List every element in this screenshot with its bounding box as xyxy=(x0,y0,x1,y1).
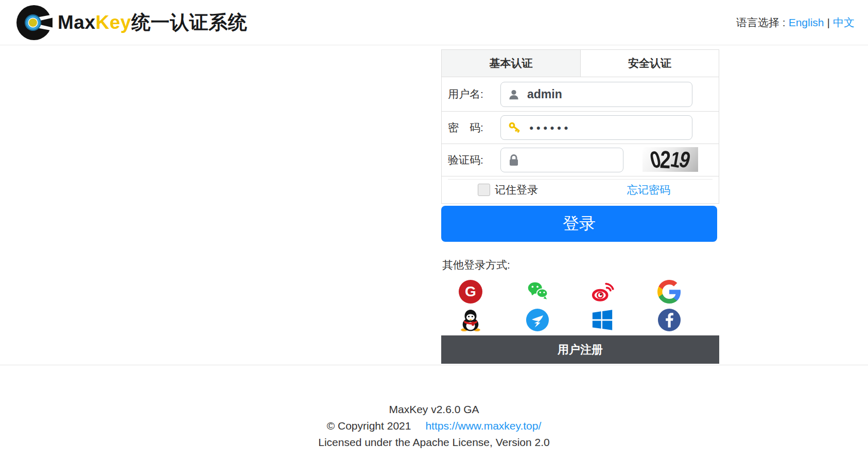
forgot-password-link[interactable]: 忘记密码 xyxy=(627,176,670,203)
language-chinese-link[interactable]: 中文 xyxy=(833,15,855,30)
gitee-login-button[interactable]: G xyxy=(459,280,482,304)
language-english-link[interactable]: English xyxy=(789,16,824,29)
tab-basic-auth[interactable]: 基本认证 xyxy=(441,49,580,77)
password-row: 密 码: ●●●●●● xyxy=(442,112,719,144)
maxkey-logo-icon xyxy=(15,4,53,41)
wechat-login-button[interactable] xyxy=(526,280,549,304)
username-label: 用户名: xyxy=(448,77,483,111)
language-label: 语言选择 : xyxy=(736,15,786,30)
login-form: 用户名: admin 密 码: xyxy=(441,77,719,204)
captcha-image[interactable]: 0 2 1 9 xyxy=(643,147,698,172)
qq-icon xyxy=(459,308,482,332)
footer-copyright-row: © Copyright 2021https://www.maxkey.top/ xyxy=(0,418,868,434)
footer-copyright: © Copyright 2021 xyxy=(327,420,411,432)
remember-row: 记住登录 忘记密码 xyxy=(442,176,719,203)
footer-maxkey-link[interactable]: https://www.maxkey.top/ xyxy=(425,420,541,432)
auth-tabs: 基本认证 安全认证 xyxy=(441,49,719,77)
brand-cn: 统一认证系统 xyxy=(131,10,247,35)
facebook-icon xyxy=(657,308,681,332)
facebook-login-button[interactable] xyxy=(657,308,681,332)
google-login-button[interactable] xyxy=(657,280,681,304)
captcha-label: 验证码: xyxy=(448,144,483,176)
username-value: admin xyxy=(527,87,562,101)
dingtalk-icon xyxy=(526,308,549,332)
footer-version: MaxKey v2.6.0 GA xyxy=(0,401,868,418)
qq-login-button[interactable] xyxy=(459,308,482,332)
footer: MaxKey v2.6.0 GA © Copyright 2021https:/… xyxy=(0,401,868,451)
login-button[interactable]: 登录 xyxy=(441,206,717,242)
key-icon xyxy=(508,120,522,135)
windows-icon xyxy=(591,308,614,332)
wechat-icon xyxy=(526,280,549,304)
username-input[interactable]: admin xyxy=(500,82,692,107)
login-panel: 基本认证 安全认证 用户名: admin 密 码: xyxy=(441,49,719,364)
weibo-login-button[interactable] xyxy=(591,280,614,304)
divider xyxy=(448,179,713,180)
captcha-input[interactable] xyxy=(500,148,623,172)
other-login-methods-label: 其他登录方式: xyxy=(442,258,510,272)
windows-login-button[interactable] xyxy=(591,308,614,332)
password-input[interactable]: ●●●●●● xyxy=(500,115,692,140)
remember-checkbox[interactable] xyxy=(478,184,490,196)
captcha-row: 验证码: 0 2 1 9 xyxy=(442,144,719,176)
gitee-icon: G xyxy=(465,283,476,300)
google-icon xyxy=(657,280,681,304)
language-selector: 语言选择 : English | 中文 xyxy=(736,0,855,45)
language-divider: | xyxy=(827,16,830,29)
footer-license: Licensed under the Apache License, Versi… xyxy=(0,434,868,451)
header: MaxKey统一认证系统 语言选择 : English | 中文 xyxy=(0,0,868,45)
remember-label: 记住登录 xyxy=(495,176,538,203)
page-title: MaxKey统一认证系统 xyxy=(58,0,247,45)
lock-icon xyxy=(508,153,520,167)
tab-secure-auth[interactable]: 安全认证 xyxy=(580,49,719,77)
password-label: 密 码: xyxy=(448,112,483,144)
username-row: 用户名: admin xyxy=(442,77,719,112)
brand-max: Max xyxy=(58,12,95,33)
dingtalk-login-button[interactable] xyxy=(526,308,549,332)
password-value: ●●●●●● xyxy=(529,123,571,132)
weibo-icon xyxy=(591,280,614,304)
brand-key: Key xyxy=(95,12,131,33)
register-button[interactable]: 用户注册 xyxy=(441,335,719,364)
user-icon xyxy=(508,88,520,101)
footer-divider xyxy=(0,365,868,365)
